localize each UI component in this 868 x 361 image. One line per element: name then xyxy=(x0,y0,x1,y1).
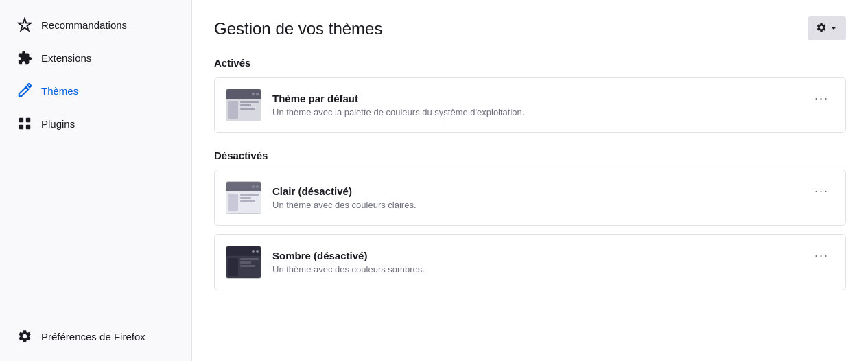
sidebar: Recommandations Extensions Thèmes Plugin… xyxy=(0,0,192,361)
theme-name-light: Clair (désactivé) xyxy=(272,185,809,197)
sidebar-label-extensions: Extensions xyxy=(41,52,91,64)
theme-info-light: Clair (désactivé) Un thème avec des coul… xyxy=(272,185,809,210)
svg-rect-2 xyxy=(19,125,23,129)
sidebar-item-recommendations[interactable]: Recommandations xyxy=(5,10,186,40)
page-title: Gestion de vos thèmes xyxy=(214,19,382,38)
brush-icon xyxy=(16,82,33,99)
theme-info-dark: Sombre (désactivé) Un thème avec des cou… xyxy=(272,250,809,275)
more-button-light[interactable]: ··· xyxy=(809,181,834,201)
sidebar-label-plugins: Plugins xyxy=(41,118,75,130)
svg-rect-3 xyxy=(26,125,30,129)
main-content: Gestion de vos thèmes Activés xyxy=(192,0,868,361)
gear-icon xyxy=(816,22,827,35)
sidebar-item-plugins[interactable]: Plugins xyxy=(5,108,186,139)
theme-card-dark: Sombre (désactivé) Un thème avec des cou… xyxy=(214,234,846,290)
sidebar-item-themes[interactable]: Thèmes xyxy=(5,75,186,106)
sidebar-label-recommendations: Recommandations xyxy=(41,19,127,31)
page-header: Gestion de vos thèmes xyxy=(214,16,846,40)
theme-name-dark: Sombre (désactivé) xyxy=(272,250,809,261)
section-deactivated: Désactivés Clair (désactivé) xyxy=(214,150,846,290)
theme-name-default: Thème par défaut xyxy=(272,93,809,104)
sidebar-item-extensions[interactable]: Extensions xyxy=(5,43,186,73)
sidebar-label-preferences: Préférences de Firefox xyxy=(41,331,145,342)
theme-desc-default: Un thème avec la palette de couleurs du … xyxy=(272,107,809,117)
chevron-down-icon xyxy=(830,23,838,34)
theme-thumbnail-light xyxy=(226,181,261,214)
theme-thumbnail-default xyxy=(226,89,261,121)
gear-icon xyxy=(16,328,33,345)
more-button-default[interactable]: ··· xyxy=(809,89,834,108)
sidebar-label-themes: Thèmes xyxy=(41,85,78,97)
section-activated: Activés Thème par défaut Un xyxy=(214,57,846,133)
plugin-icon xyxy=(16,115,33,132)
theme-card-light: Clair (désactivé) Un thème avec des coul… xyxy=(214,170,846,226)
theme-info-default: Thème par défaut Un thème avec la palett… xyxy=(272,93,809,117)
svg-rect-1 xyxy=(26,118,30,122)
sidebar-item-preferences[interactable]: Préférences de Firefox xyxy=(5,321,186,351)
more-button-dark[interactable]: ··· xyxy=(809,246,834,266)
theme-desc-light: Un thème avec des couleurs claires. xyxy=(272,200,809,210)
theme-card-default: Thème par défaut Un thème avec la palett… xyxy=(214,77,846,133)
gear-dropdown-button[interactable] xyxy=(808,16,846,40)
section-title-activated: Activés xyxy=(214,57,846,69)
theme-desc-dark: Un thème avec des couleurs sombres. xyxy=(272,264,809,275)
svg-rect-0 xyxy=(19,118,23,122)
puzzle-icon xyxy=(16,49,33,66)
theme-thumbnail-dark xyxy=(226,246,261,279)
star-icon xyxy=(16,16,33,33)
section-title-deactivated: Désactivés xyxy=(214,150,846,161)
